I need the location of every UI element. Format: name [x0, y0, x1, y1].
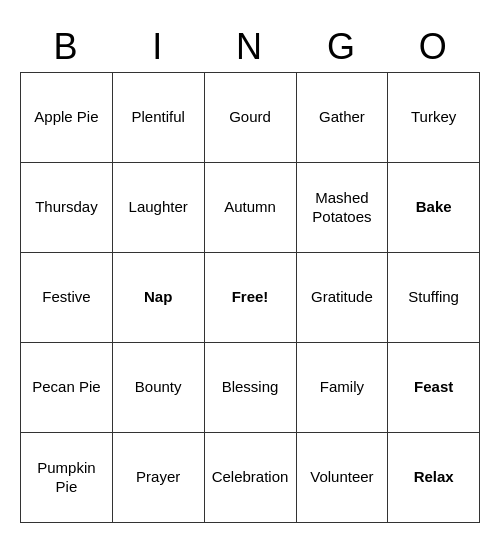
bingo-cell: Feast: [388, 342, 480, 432]
bingo-cell: Prayer: [112, 432, 204, 522]
bingo-cell: Thursday: [21, 162, 113, 252]
bingo-cell: Laughter: [112, 162, 204, 252]
bingo-cell: Volunteer: [296, 432, 388, 522]
bingo-cell: Bounty: [112, 342, 204, 432]
header-letter: B: [21, 22, 113, 73]
bingo-row: FestiveNapFree!GratitudeStuffing: [21, 252, 480, 342]
bingo-cell: Plentiful: [112, 72, 204, 162]
header-letter: N: [204, 22, 296, 73]
bingo-cell: Gourd: [204, 72, 296, 162]
bingo-row: Pumpkin PiePrayerCelebrationVolunteerRel…: [21, 432, 480, 522]
bingo-cell: Gather: [296, 72, 388, 162]
bingo-cell: Pumpkin Pie: [21, 432, 113, 522]
bingo-cell: Relax: [388, 432, 480, 522]
bingo-cell: Mashed Potatoes: [296, 162, 388, 252]
bingo-cell: Turkey: [388, 72, 480, 162]
bingo-cell: Apple Pie: [21, 72, 113, 162]
bingo-card: BINGO Apple PiePlentifulGourdGatherTurke…: [20, 22, 480, 523]
bingo-cell: Family: [296, 342, 388, 432]
header-letter: O: [388, 22, 480, 73]
bingo-cell: Pecan Pie: [21, 342, 113, 432]
bingo-row: Apple PiePlentifulGourdGatherTurkey: [21, 72, 480, 162]
bingo-cell: Free!: [204, 252, 296, 342]
header-letter: I: [112, 22, 204, 73]
bingo-cell: Celebration: [204, 432, 296, 522]
bingo-cell: Gratitude: [296, 252, 388, 342]
bingo-cell: Bake: [388, 162, 480, 252]
bingo-cell: Stuffing: [388, 252, 480, 342]
bingo-cell: Festive: [21, 252, 113, 342]
header-row: BINGO: [21, 22, 480, 73]
bingo-row: Pecan PieBountyBlessingFamilyFeast: [21, 342, 480, 432]
bingo-cell: Nap: [112, 252, 204, 342]
bingo-cell: Autumn: [204, 162, 296, 252]
bingo-cell: Blessing: [204, 342, 296, 432]
bingo-row: ThursdayLaughterAutumnMashed PotatoesBak…: [21, 162, 480, 252]
header-letter: G: [296, 22, 388, 73]
